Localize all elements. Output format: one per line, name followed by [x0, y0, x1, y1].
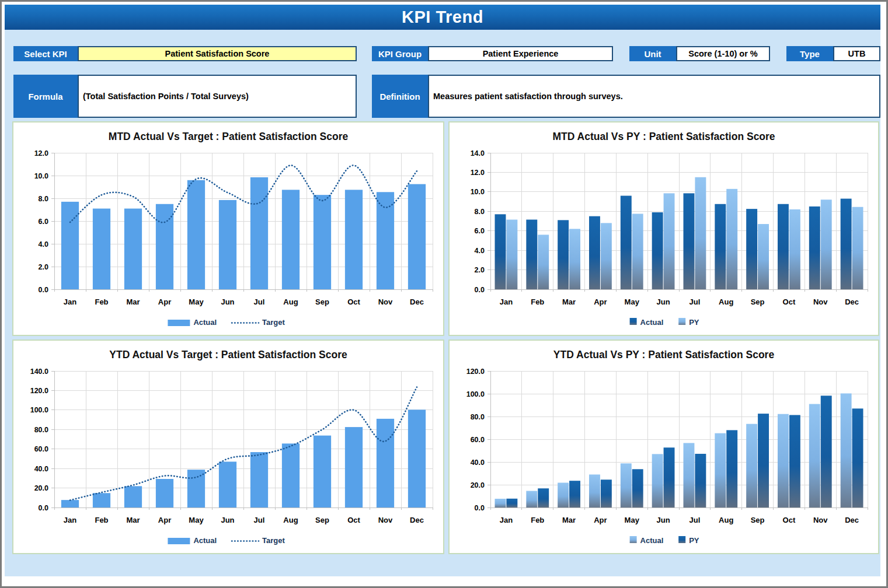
chart-panel-mtd-actual-vs-target: 0.02.04.06.08.010.012.0JanFebMarAprMayJu… [12, 121, 444, 336]
svg-text:Dec: Dec [410, 298, 424, 306]
select-kpi-label: Select KPI [13, 46, 78, 61]
svg-text:2.0: 2.0 [475, 266, 485, 274]
y-axis-labels: 0.02.04.06.08.010.012.014.0 [471, 149, 485, 294]
svg-text:Aug: Aug [283, 298, 298, 306]
svg-text:Target: Target [262, 318, 285, 327]
svg-text:Jul: Jul [254, 516, 265, 524]
svg-text:Jul: Jul [254, 298, 265, 306]
svg-text:Apr: Apr [158, 298, 171, 306]
svg-text:Jun: Jun [221, 516, 234, 524]
chart-title: YTD Actual Vs PY : Patient Satisfaction … [553, 349, 775, 360]
formula-value: (Total Satisfaction Points / Total Surve… [78, 75, 357, 118]
svg-text:Aug: Aug [719, 298, 733, 306]
kpi-group-value: Patient Experience [428, 46, 613, 61]
svg-text:40.0: 40.0 [34, 465, 48, 473]
svg-text:140.0: 140.0 [30, 368, 48, 376]
svg-text:Sep: Sep [751, 298, 765, 306]
svg-text:Jun: Jun [221, 298, 234, 306]
svg-text:Actual: Actual [640, 318, 664, 327]
kpi-group-label: KPI Group [372, 46, 428, 61]
formula-field: Formula (Total Satisfaction Points / Tot… [13, 75, 357, 118]
svg-text:Feb: Feb [531, 516, 544, 524]
svg-text:Dec: Dec [845, 298, 859, 306]
kpi-group-field: KPI Group Patient Experience [372, 46, 613, 61]
svg-text:Feb: Feb [95, 516, 108, 524]
svg-text:Jul: Jul [689, 516, 701, 524]
svg-text:120.0: 120.0 [30, 387, 48, 395]
svg-text:100.0: 100.0 [30, 406, 48, 414]
svg-text:May: May [625, 298, 640, 306]
svg-text:4.0: 4.0 [475, 247, 485, 255]
legend: ActualPY [630, 536, 699, 545]
svg-text:20.0: 20.0 [471, 481, 485, 489]
svg-text:4.0: 4.0 [39, 240, 48, 249]
svg-text:Dec: Dec [410, 516, 424, 524]
svg-text:Mar: Mar [562, 516, 576, 524]
svg-text:10.0: 10.0 [34, 172, 48, 180]
svg-text:0.0: 0.0 [39, 286, 48, 294]
svg-text:100.0: 100.0 [466, 390, 485, 398]
svg-text:Jul: Jul [689, 298, 701, 306]
svg-text:Feb: Feb [95, 298, 108, 306]
svg-text:May: May [189, 516, 204, 524]
svg-text:Oct: Oct [347, 516, 360, 524]
svg-text:Jun: Jun [657, 516, 670, 524]
svg-text:Oct: Oct [783, 516, 796, 524]
svg-text:12.0: 12.0 [471, 169, 485, 177]
svg-text:Mar: Mar [126, 298, 140, 306]
axes [51, 371, 433, 510]
x-axis-labels: JanFebMarAprMayJunJulAugSepOctNovDec [500, 516, 859, 524]
svg-text:Jan: Jan [500, 298, 513, 306]
svg-text:Jan: Jan [500, 516, 513, 524]
svg-text:Nov: Nov [378, 516, 393, 524]
chart-svg-mtd_target: 0.02.04.06.08.010.012.0JanFebMarAprMayJu… [13, 123, 443, 335]
svg-text:May: May [625, 516, 640, 524]
y-axis-labels: 0.020.040.060.080.0100.0120.0 [466, 368, 485, 512]
svg-text:Target: Target [262, 536, 285, 545]
legend: ActualTarget [168, 536, 285, 545]
x-axis-labels: JanFebMarAprMayJunJulAugSepOctNovDec [500, 298, 859, 306]
svg-text:Nov: Nov [378, 298, 393, 306]
y-axis-labels: 0.02.04.06.08.010.012.0 [34, 149, 48, 294]
svg-text:Jan: Jan [64, 516, 76, 524]
svg-text:Jan: Jan [64, 298, 76, 306]
svg-text:12.0: 12.0 [34, 149, 48, 158]
kpi-trend-dashboard: { "window": { "title": "KPI Trend" }, "h… [0, 0, 888, 588]
svg-text:May: May [189, 298, 204, 306]
chart-panel-ytd-actual-vs-target: 0.020.040.060.080.0100.0120.0140.0JanFeb… [12, 340, 444, 554]
x-axis-labels: JanFebMarAprMayJunJulAugSepOctNovDec [64, 516, 424, 524]
gridlines [54, 371, 433, 508]
unit-label: Unit [629, 46, 676, 61]
svg-text:40.0: 40.0 [471, 459, 485, 467]
svg-text:PY: PY [689, 536, 699, 545]
svg-text:Mar: Mar [562, 298, 576, 306]
svg-text:Sep: Sep [315, 516, 329, 524]
svg-text:Apr: Apr [594, 298, 607, 306]
gridlines [54, 153, 433, 289]
type-field: Type UTB [786, 46, 880, 61]
svg-text:8.0: 8.0 [39, 195, 48, 203]
chart-svg-ytd_target: 0.020.040.060.080.0100.0120.0140.0JanFeb… [13, 341, 443, 553]
svg-text:Sep: Sep [751, 516, 765, 524]
svg-text:Jun: Jun [657, 298, 670, 306]
svg-text:Nov: Nov [813, 298, 828, 306]
select-kpi-value[interactable]: Patient Satisfaction Score [78, 46, 357, 61]
svg-text:Aug: Aug [283, 516, 298, 524]
legend: ActualPY [630, 318, 699, 327]
svg-text:PY: PY [689, 318, 699, 327]
definition-label: Definition [372, 75, 428, 118]
svg-text:60.0: 60.0 [34, 445, 48, 453]
chart-title: YTD Actual Vs Target : Patient Satisfact… [109, 349, 347, 360]
svg-text:Apr: Apr [594, 516, 607, 524]
svg-text:Dec: Dec [845, 516, 859, 524]
legend: ActualTarget [168, 318, 285, 327]
chart-panel-mtd-actual-vs-py: 0.02.04.06.08.010.012.014.0JanFebMarAprM… [448, 121, 879, 336]
chart-title: MTD Actual Vs Target : Patient Satisfact… [109, 131, 349, 142]
svg-text:Feb: Feb [531, 298, 544, 306]
svg-text:Oct: Oct [783, 298, 796, 306]
svg-text:Actual: Actual [193, 318, 217, 327]
definition-field: Definition Measures patient satisfaction… [372, 75, 880, 118]
svg-text:8.0: 8.0 [475, 208, 485, 216]
svg-text:0.0: 0.0 [475, 286, 485, 294]
type-label: Type [786, 46, 833, 61]
